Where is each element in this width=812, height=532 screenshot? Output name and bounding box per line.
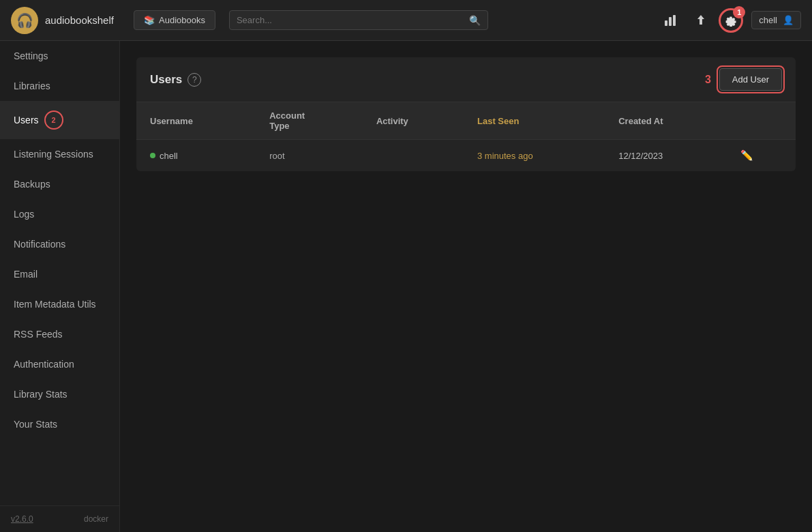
user-menu[interactable]: chell 👤 [751, 11, 801, 29]
users-header: Users ? 3 Add User [136, 57, 796, 102]
sidebar-item-library-stats[interactable]: Library Stats [0, 379, 119, 409]
sidebar-item-rss-feeds[interactable]: RSS Feeds [0, 319, 119, 349]
sidebar-item-libraries[interactable]: Libraries [0, 71, 119, 101]
sidebar: Settings Libraries Users 2 Listening Ses… [0, 41, 120, 532]
users-title-row: Users ? [150, 73, 201, 87]
sidebar-item-authentication[interactable]: Authentication [0, 349, 119, 379]
username-cell: chell [150, 151, 242, 161]
svg-rect-0 [665, 20, 667, 26]
col-account-type: AccountType [256, 102, 363, 140]
sidebar-footer: v2.6.0 docker [0, 505, 119, 532]
sidebar-item-settings[interactable]: Settings [0, 41, 119, 71]
cell-last-seen: 3 minutes ago [464, 140, 605, 172]
annotation-3: 3 [705, 74, 711, 86]
sidebar-item-notifications[interactable]: Notifications [0, 229, 119, 259]
users-table: Username AccountType Activity Last Seen … [136, 102, 796, 171]
username-label: chell [759, 15, 777, 25]
annotation-1: 1 [733, 6, 745, 18]
users-row: Users 2 [14, 110, 106, 130]
edit-icon[interactable]: ✏️ [740, 149, 753, 161]
logo-icon: 🎧 [11, 7, 38, 34]
page-title: Users [150, 73, 182, 87]
search-input[interactable] [237, 11, 469, 29]
sidebar-item-backups[interactable]: Backups [0, 169, 119, 199]
cell-account-type: root [256, 140, 363, 172]
col-activity: Activity [363, 102, 464, 140]
col-created-at: Created At [605, 102, 727, 140]
cell-edit: ✏️ [727, 140, 796, 172]
online-indicator [150, 153, 155, 158]
cell-username: chell [136, 140, 256, 172]
sidebar-item-item-metadata-utils[interactable]: Item Metadata Utils [0, 289, 119, 319]
last-seen-value: 3 minutes ago [477, 151, 533, 161]
help-icon[interactable]: ? [187, 73, 201, 87]
table-header-row: Username AccountType Activity Last Seen … [136, 102, 796, 140]
build-label: docker [84, 514, 108, 524]
search-bar: 🔍 [229, 10, 488, 30]
bar-chart-icon [664, 14, 678, 27]
library-button[interactable]: 📚 Audiobooks [134, 10, 215, 30]
cell-created-at: 12/12/2023 [605, 140, 727, 172]
stats-button[interactable] [659, 8, 683, 33]
sidebar-item-users[interactable]: Users 2 [0, 101, 119, 139]
audiobooks-icon: 📚 [144, 15, 155, 25]
search-icon: 🔍 [469, 15, 481, 26]
header-icons: 1 chell 👤 [659, 8, 801, 33]
username-value: chell [160, 151, 178, 161]
library-button-label: Audiobooks [159, 15, 205, 25]
add-user-area: 3 Add User [705, 68, 782, 91]
upload-icon [694, 14, 708, 27]
annotation-2: 2 [44, 110, 63, 130]
col-last-seen: Last Seen [464, 102, 605, 140]
users-panel: Users ? 3 Add User Username AccountType … [136, 57, 796, 171]
table-row: chell root 3 minutes ago 12/12/2023 [136, 140, 796, 172]
header: 🎧 audiobookshelf 📚 Audiobooks 🔍 1 [0, 0, 812, 41]
upload-button[interactable] [689, 8, 713, 33]
version-label[interactable]: v2.6.0 [11, 514, 33, 524]
cell-activity [363, 140, 464, 172]
app-title: audiobookshelf [45, 14, 114, 26]
col-actions [727, 102, 796, 140]
sidebar-item-your-stats[interactable]: Your Stats [0, 409, 119, 439]
logo-area: 🎧 audiobookshelf [11, 7, 120, 34]
main-content: Users ? 3 Add User Username AccountType … [120, 41, 812, 532]
add-user-button[interactable]: Add User [719, 68, 782, 91]
layout: Settings Libraries Users 2 Listening Ses… [0, 41, 812, 532]
sidebar-item-email[interactable]: Email [0, 259, 119, 289]
col-username: Username [136, 102, 256, 140]
svg-rect-2 [673, 15, 676, 26]
svg-rect-1 [669, 17, 672, 26]
sidebar-item-logs[interactable]: Logs [0, 199, 119, 229]
created-at-value: 12/12/2023 [618, 151, 663, 161]
settings-button[interactable]: 1 [719, 8, 743, 33]
user-icon: 👤 [783, 15, 794, 25]
sidebar-item-listening-sessions[interactable]: Listening Sessions [0, 139, 119, 169]
account-type-value: root [269, 151, 284, 161]
